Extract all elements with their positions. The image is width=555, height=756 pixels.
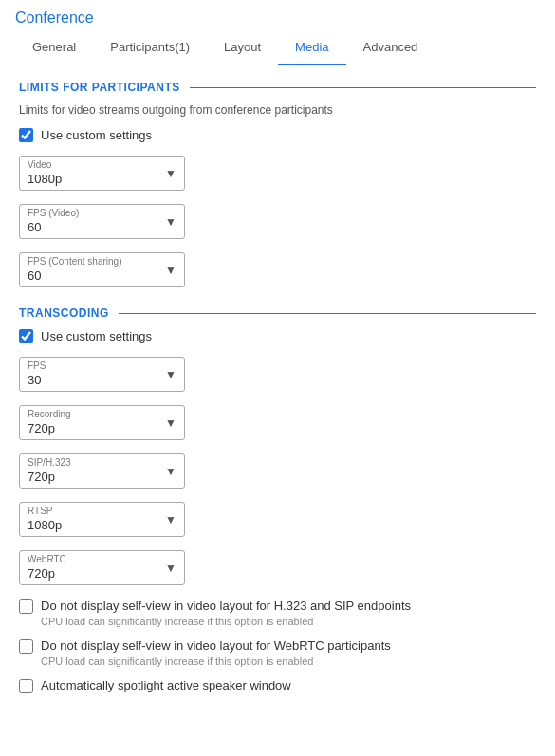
recording-dropdown-wrapper: Recording 480p 720p 1080p ▼: [19, 405, 185, 440]
main-content: LIMITS FOR PARTICIPANTS Limits for video…: [0, 65, 555, 728]
webrtc-field-label: WebRTC: [28, 554, 66, 564]
tab-advanced[interactable]: Advanced: [346, 30, 435, 65]
no-selfview-h323-hint: CPU load can significantly increase if t…: [41, 616, 536, 627]
no-selfview-h323-row: Do not display self-view in video layout…: [19, 599, 536, 614]
spotlight-checkbox[interactable]: [19, 679, 33, 693]
spotlight-label: Automatically spotlight active speaker w…: [41, 678, 291, 692]
transcoding-custom-settings-checkbox[interactable]: [19, 329, 33, 343]
tab-participants[interactable]: Participants(1): [93, 30, 207, 65]
transcoding-section-header: TRANSCODING: [19, 306, 536, 320]
no-selfview-webrtc-row: Do not display self-view in video layout…: [19, 638, 536, 654]
transcoding-fps-dropdown-wrapper: FPS 15 30 60 ▼: [19, 357, 185, 392]
limits-custom-settings-checkbox[interactable]: [19, 128, 33, 142]
rtsp-dropdown-wrapper: RTSP 480p 720p 1080p ▼: [19, 502, 185, 537]
no-selfview-webrtc-hint: CPU load can significantly increase if t…: [41, 655, 536, 667]
recording-field-label: Recording: [28, 409, 71, 419]
no-selfview-webrtc-block: Do not display self-view in video layout…: [19, 638, 536, 667]
spotlight-block: Automatically spotlight active speaker w…: [19, 678, 536, 693]
transcoding-fps-select[interactable]: 15 30 60: [28, 361, 176, 387]
no-selfview-webrtc-checkbox[interactable]: [19, 639, 33, 654]
video-field-label: Video: [28, 159, 51, 170]
page-title: Conference: [15, 9, 94, 26]
sip-dropdown-wrapper: SIP/H.323 480p 720p 1080p ▼: [19, 453, 185, 489]
rtsp-field-label: RTSP: [28, 506, 53, 516]
transcoding-custom-settings-label: Use custom settings: [41, 329, 152, 343]
limits-section-title: LIMITS FOR PARTICIPANTS: [19, 81, 190, 94]
page-header: Conference: [0, 0, 555, 30]
no-selfview-h323-block: Do not display self-view in video layout…: [19, 599, 536, 627]
transcoding-section-line: [119, 313, 536, 314]
limits-section-desc: Limits for video streams outgoing from c…: [19, 103, 536, 117]
limits-custom-settings-row: Use custom settings: [19, 128, 536, 142]
tab-general[interactable]: General: [15, 30, 93, 65]
spotlight-row: Automatically spotlight active speaker w…: [19, 678, 536, 693]
transcoding-section: TRANSCODING Use custom settings FPS 15 3…: [19, 306, 536, 693]
limits-custom-settings-label: Use custom settings: [41, 128, 152, 142]
no-selfview-webrtc-label: Do not display self-view in video layout…: [41, 638, 391, 653]
limits-section-line: [190, 87, 536, 88]
limits-section: LIMITS FOR PARTICIPANTS Limits for video…: [19, 81, 536, 287]
tab-layout[interactable]: Layout: [207, 30, 278, 65]
limits-section-header: LIMITS FOR PARTICIPANTS: [19, 81, 536, 94]
sip-field-label: SIP/H.323: [28, 457, 71, 468]
webrtc-dropdown-wrapper: WebRTC 480p 720p 1080p ▼: [19, 550, 185, 585]
fps-content-field-label: FPS (Content sharing): [28, 256, 122, 267]
fps-video-dropdown-wrapper: FPS (Video) 15 30 60 ▼: [19, 204, 185, 239]
fps-content-dropdown-wrapper: FPS (Content sharing) 15 30 60 ▼: [19, 252, 185, 287]
transcoding-fps-field-label: FPS: [28, 360, 46, 371]
tab-bar: General Participants(1) Layout Media Adv…: [0, 30, 555, 65]
transcoding-custom-settings-row: Use custom settings: [19, 329, 536, 343]
video-dropdown-wrapper: Video 1080p 720p 4K ▼: [19, 156, 185, 191]
fps-video-field-label: FPS (Video): [28, 208, 79, 218]
tab-media[interactable]: Media: [278, 30, 345, 65]
no-selfview-h323-label: Do not display self-view in video layout…: [41, 599, 411, 613]
no-selfview-h323-checkbox[interactable]: [19, 599, 33, 614]
transcoding-section-title: TRANSCODING: [19, 306, 119, 320]
